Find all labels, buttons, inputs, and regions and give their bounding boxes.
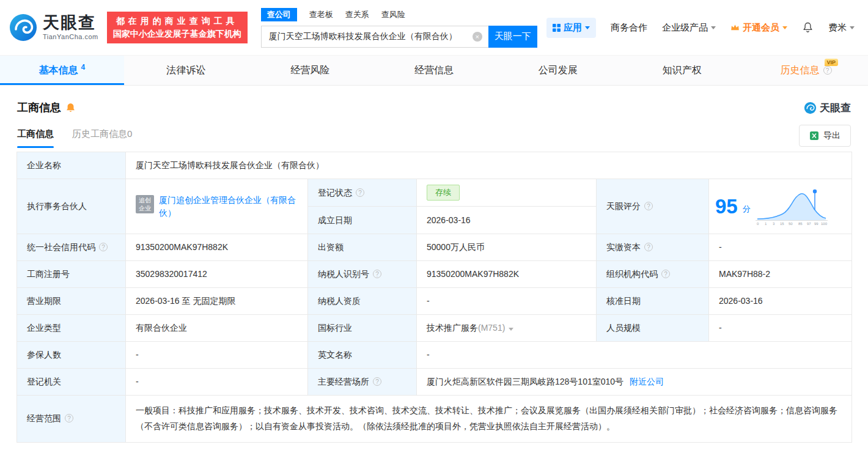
svg-text:50: 50 xyxy=(789,222,793,226)
premises-label: 主要经营场所? xyxy=(308,369,417,396)
search-tab-risk[interactable]: 查风险 xyxy=(381,9,405,20)
vip-badge: VIP xyxy=(825,59,839,66)
cell-value: - xyxy=(719,323,722,333)
tab-legal-proceedings[interactable]: 法律诉讼 xyxy=(124,56,248,85)
cell-label: 纳税人资质 xyxy=(318,296,361,306)
svg-text:3: 3 xyxy=(773,222,775,226)
section-title: 工商信息 xyxy=(17,100,61,115)
slogan-banner: 都在用的商业查询工具 国家中小企业发展子基金旗下机构 xyxy=(107,12,248,43)
help-icon[interactable]: ? xyxy=(65,414,73,422)
help-icon[interactable]: ? xyxy=(644,243,653,251)
search-tab-relation[interactable]: 查关系 xyxy=(345,9,369,20)
industry-code: (M751) xyxy=(478,323,505,333)
tab-basic-info-label: 基本信息 xyxy=(39,64,78,77)
taxpayer-quality-value: - xyxy=(417,288,597,315)
reg-authority-label: 登记机关 xyxy=(17,369,126,396)
cell-value: - xyxy=(136,350,139,360)
industry-label: 国标行业 xyxy=(308,315,417,342)
search-input[interactable] xyxy=(261,26,488,48)
cell-value: MAK97H88-2 xyxy=(719,269,770,279)
svg-text:0: 0 xyxy=(757,222,759,226)
cell-value: 2026-03-16 至 无固定期限 xyxy=(136,296,235,306)
help-icon[interactable]: ? xyxy=(99,243,108,251)
nearby-companies-link[interactable]: 附近公司 xyxy=(630,377,664,386)
partner-value: 追创企业 厦门追创企业管理合伙企业（有限合伙） xyxy=(126,179,308,234)
row-insured: 参保人数 - 英文名称 - xyxy=(17,342,852,369)
tab-basic-info[interactable]: 基本信息 4 xyxy=(0,56,124,85)
svg-text:85: 85 xyxy=(798,222,803,226)
cell-label: 组织机构代码 xyxy=(606,269,658,279)
business-coop-link[interactable]: 商务合作 xyxy=(611,22,647,34)
business-scope-label: 经营范围? xyxy=(17,396,126,443)
username-label: 费米 xyxy=(828,22,847,34)
slogan-line2: 国家中小企业发展子基金旗下机构 xyxy=(113,28,241,40)
partner-badge: 追创企业 xyxy=(136,195,154,213)
cell-value: - xyxy=(719,242,722,252)
help-icon[interactable]: ? xyxy=(661,270,670,278)
apps-grid-icon xyxy=(553,24,561,32)
cell-value: 一般项目：科技推广和应用服务；技术服务、技术开发、技术咨询、技术交流、技术转让、… xyxy=(136,405,837,431)
tab-label: 公司发展 xyxy=(539,64,578,77)
partner-company-link[interactable]: 厦门追创企业管理合伙企业（有限合伙） xyxy=(159,194,298,219)
enterprise-products-menu[interactable]: 企业级产品 xyxy=(662,22,716,34)
tab-operating-risk[interactable]: 经营风险 xyxy=(248,56,372,85)
tab-business-info[interactable]: 经营信息 xyxy=(372,56,496,85)
paid-capital-label: 实缴资本? xyxy=(597,234,709,261)
est-date-value: 2026-03-16 xyxy=(417,207,597,234)
cell-label: 国标行业 xyxy=(318,323,352,333)
svg-text:1: 1 xyxy=(765,222,767,226)
crown-icon xyxy=(730,24,740,31)
company-type-label: 企业类型 xyxy=(17,315,126,342)
watermark-logo-icon xyxy=(804,101,817,114)
search-tab-boss[interactable]: 查老板 xyxy=(309,9,333,20)
tab-basic-info-count: 4 xyxy=(81,63,86,72)
cell-label: 核准日期 xyxy=(606,296,641,306)
tab-intellectual-property[interactable]: 知识产权 xyxy=(620,56,744,85)
cell-value: 2026-03-16 xyxy=(427,215,471,225)
subtab-business-registration[interactable]: 工商信息 xyxy=(17,124,54,148)
business-term-value: 2026-03-16 至 无固定期限 xyxy=(126,288,308,315)
score-label: 天眼评分? xyxy=(597,179,709,234)
status-badge: 存续 xyxy=(427,185,460,201)
clear-icon[interactable]: × xyxy=(473,32,482,42)
subscribe-bell-icon[interactable] xyxy=(66,103,75,112)
notifications-button[interactable] xyxy=(802,21,814,34)
insured-label: 参保人数 xyxy=(17,342,126,369)
paid-capital-value: - xyxy=(709,234,852,261)
subtabs-row: 工商信息 历史工商信息0 导出 xyxy=(17,124,851,148)
search-input-wrap: × xyxy=(261,26,488,48)
svg-text:15: 15 xyxy=(780,222,784,226)
chevron-down-icon[interactable] xyxy=(509,328,513,331)
help-icon[interactable]: ? xyxy=(373,377,381,386)
tab-history-info[interactable]: 历史信息 VIP ? xyxy=(744,56,868,85)
search-row: × 天眼一下 xyxy=(261,26,537,48)
help-icon[interactable]: ? xyxy=(644,202,653,210)
export-button[interactable]: 导出 xyxy=(799,125,851,147)
search-button[interactable]: 天眼一下 xyxy=(488,26,537,48)
cell-label: 主要经营场所 xyxy=(318,377,369,386)
export-label: 导出 xyxy=(823,130,840,141)
help-icon[interactable]: ? xyxy=(373,270,381,278)
subtab-history-registration[interactable]: 历史工商信息0 xyxy=(72,124,132,148)
search-tabs: 查公司 查老板 查关系 查风险 xyxy=(261,8,537,21)
tab-company-development[interactable]: 公司发展 xyxy=(496,56,620,85)
chevron-down-icon xyxy=(850,26,855,29)
row-business-scope: 经营范围? 一般项目：科技推广和应用服务；技术服务、技术开发、技术咨询、技术交流… xyxy=(17,396,852,443)
user-account-menu[interactable]: 费米 xyxy=(828,22,855,34)
partner-label: 执行事务合伙人 xyxy=(17,179,126,234)
cell-value: 91350200MAK97H882K xyxy=(427,269,519,279)
cell-value: 有限合伙企业 xyxy=(136,323,187,333)
apps-menu[interactable]: 应用 xyxy=(546,18,596,38)
logo-text: 天眼查 TianYanCha.com xyxy=(43,15,98,40)
reg-status-label: 登记状态? xyxy=(308,179,417,207)
tab-label: 经营风险 xyxy=(290,64,329,77)
help-icon[interactable]: ? xyxy=(823,66,832,75)
tianyancha-logo[interactable]: 天眼查 TianYanCha.com xyxy=(9,13,98,42)
help-icon[interactable]: ? xyxy=(356,188,364,197)
search-tab-company[interactable]: 查公司 xyxy=(261,8,297,21)
row-reg-number: 工商注册号 350298320017412 纳税人识别号? 91350200MA… xyxy=(17,261,852,288)
cell-label: 统一社会信用代码 xyxy=(27,242,95,252)
row-company-name: 企业名称 厦门天空工场博欧科技发展合伙企业（有限合伙） xyxy=(17,152,852,179)
cell-label: 企业名称 xyxy=(27,160,61,170)
open-vip-menu[interactable]: 开通会员 xyxy=(730,22,787,34)
